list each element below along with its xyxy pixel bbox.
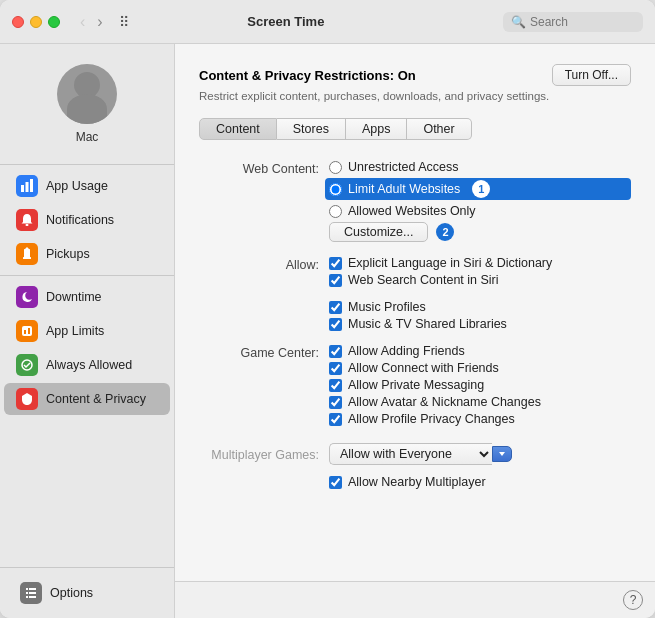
tab-stores[interactable]: Stores: [277, 118, 346, 140]
svg-rect-13: [26, 596, 28, 598]
sidebar-item-always-allowed[interactable]: Always Allowed: [4, 349, 170, 381]
limit-adult-radio[interactable]: [329, 183, 342, 196]
sidebar-item-content-privacy[interactable]: Content & Privacy: [4, 383, 170, 415]
gc-checkbox-4[interactable]: [329, 413, 342, 426]
search-box[interactable]: 🔍: [503, 12, 643, 32]
gc-label-3: Allow Avatar & Nickname Changes: [348, 395, 541, 409]
allow-checkbox-0[interactable]: [329, 257, 342, 270]
web-content-options: Unrestricted Access Limit Adult Websites…: [329, 160, 631, 242]
sidebar-item-options[interactable]: Options: [8, 577, 166, 609]
user-name: Mac: [76, 130, 99, 144]
close-button[interactable]: [12, 16, 24, 28]
allow-label: Allow:: [199, 256, 329, 272]
svg-rect-16: [29, 596, 36, 598]
sidebar-item-pickups-label: Pickups: [46, 247, 90, 261]
unrestricted-radio[interactable]: [329, 161, 342, 174]
maximize-button[interactable]: [48, 16, 60, 28]
multiplayer-select[interactable]: Allow with Everyone Allow with Friends O…: [329, 443, 492, 465]
pickups-icon: [16, 243, 38, 265]
sub-items: Music Profiles Music & TV Shared Librari…: [329, 300, 631, 334]
restriction-status: On: [398, 68, 416, 83]
sidebar-item-downtime[interactable]: Downtime: [4, 281, 170, 313]
allowed-only-label: Allowed Websites Only: [348, 204, 476, 218]
always-allowed-icon: [16, 354, 38, 376]
sidebar-item-app-limits[interactable]: App Limits: [4, 315, 170, 347]
unrestricted-label: Unrestricted Access: [348, 160, 458, 174]
svg-marker-17: [499, 452, 505, 456]
bottom-help: ?: [175, 581, 655, 618]
multiplayer-content: Allow with Everyone Allow with Friends O…: [329, 443, 631, 465]
allow-item-0: Explicit Language in Siri & Dictionary: [329, 256, 631, 270]
tab-content[interactable]: Content: [199, 118, 277, 140]
gc-label-1: Allow Connect with Friends: [348, 361, 499, 375]
help-button[interactable]: ?: [623, 590, 643, 610]
gc-item-2: Allow Private Messaging: [329, 378, 631, 392]
gc-checkbox-3[interactable]: [329, 396, 342, 409]
sidebar-item-pickups[interactable]: Pickups: [4, 238, 170, 270]
multiplayer-dropdown-arrow[interactable]: [492, 446, 512, 462]
sidebar-divider2: [0, 275, 174, 276]
gc-label-2: Allow Private Messaging: [348, 378, 484, 392]
radio-unrestricted: Unrestricted Access: [329, 160, 631, 174]
allow-checkbox-1[interactable]: [329, 274, 342, 287]
gc-label-0: Allow Adding Friends: [348, 344, 465, 358]
game-center-section: Game Center: Allow Adding Friends Allow …: [199, 344, 631, 429]
gc-checkbox-2[interactable]: [329, 379, 342, 392]
sidebar-item-always-allowed-label: Always Allowed: [46, 358, 132, 372]
sub-item-1: Music & TV Shared Libraries: [329, 317, 631, 331]
svg-rect-15: [29, 592, 36, 594]
gc-checkbox-1[interactable]: [329, 362, 342, 375]
svg-rect-8: [24, 330, 26, 334]
downtime-icon: [16, 286, 38, 308]
minimize-button[interactable]: [30, 16, 42, 28]
svg-rect-9: [28, 328, 30, 334]
svg-rect-14: [29, 588, 36, 590]
sidebar-item-app-usage[interactable]: App Usage: [4, 170, 170, 202]
sidebar-divider: [0, 164, 174, 165]
nearby-checkbox[interactable]: [329, 476, 342, 489]
sub-checkbox-1[interactable]: [329, 318, 342, 331]
traffic-lights: [12, 16, 60, 28]
tab-apps[interactable]: Apps: [346, 118, 408, 140]
sidebar-item-app-usage-label: App Usage: [46, 179, 108, 193]
gc-item-4: Allow Profile Privacy Changes: [329, 412, 631, 426]
multiplayer-section: Multiplayer Games: Allow with Everyone A…: [199, 443, 631, 465]
allow-item-1: Web Search Content in Siri: [329, 273, 631, 287]
restriction-sub: Restrict explicit content, purchases, do…: [199, 90, 631, 102]
titlebar: ‹ › ⠿ Screen Time 🔍: [0, 0, 655, 44]
svg-rect-1: [26, 182, 29, 192]
avatar: [57, 64, 117, 124]
sub-label-0: Music Profiles: [348, 300, 426, 314]
web-content-section: Web Content: Unrestricted Access Limit A…: [199, 160, 631, 242]
sidebar-item-notifications[interactable]: Notifications: [4, 204, 170, 236]
svg-rect-5: [23, 257, 31, 259]
restriction-text: Content & Privacy Restrictions:: [199, 68, 394, 83]
turn-off-button[interactable]: Turn Off...: [552, 64, 631, 86]
sidebar-item-content-privacy-label: Content & Privacy: [46, 392, 146, 406]
svg-rect-3: [26, 224, 29, 226]
sidebar-item-notifications-label: Notifications: [46, 213, 114, 227]
sub-item-0: Music Profiles: [329, 300, 631, 314]
svg-rect-2: [30, 179, 33, 192]
gc-checkbox-0[interactable]: [329, 345, 342, 358]
svg-rect-0: [21, 185, 24, 192]
restriction-label: Content & Privacy Restrictions: On: [199, 68, 416, 83]
customize-button[interactable]: Customize...: [329, 222, 428, 242]
search-input[interactable]: [530, 15, 635, 29]
limit-adult-label: Limit Adult Websites: [348, 182, 460, 196]
nearby-label: Allow Nearby Multiplayer: [348, 475, 486, 489]
options-section: Options: [0, 567, 174, 618]
badge-1: 1: [472, 180, 490, 198]
app-usage-icon: [16, 175, 38, 197]
svg-rect-4: [24, 249, 30, 258]
sub-checkbox-0[interactable]: [329, 301, 342, 314]
allow-label-0: Explicit Language in Siri & Dictionary: [348, 256, 552, 270]
content-header: Content & Privacy Restrictions: On Turn …: [199, 64, 631, 86]
tabs-row: Content Stores Apps Other: [199, 118, 631, 140]
allow-items: Explicit Language in Siri & Dictionary W…: [329, 256, 631, 290]
options-icon: [20, 582, 42, 604]
sub-section-spacer: [199, 300, 329, 302]
tab-other[interactable]: Other: [407, 118, 471, 140]
customize-row: Customize... 2: [329, 222, 631, 242]
allowed-only-radio[interactable]: [329, 205, 342, 218]
